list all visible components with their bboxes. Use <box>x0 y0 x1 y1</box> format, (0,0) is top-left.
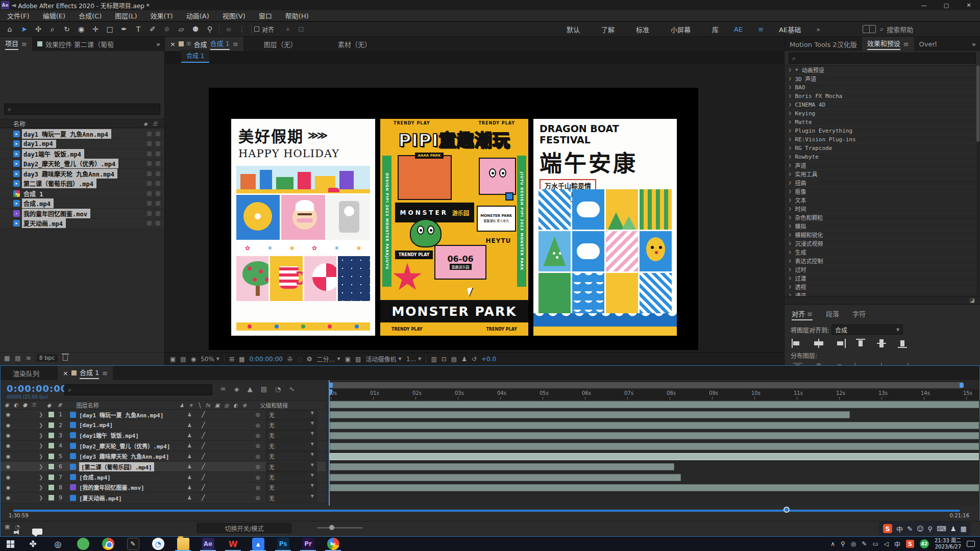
quality-switch-icon[interactable]: ╱ <box>202 463 205 470</box>
effects-category-row[interactable]: ❯ Boris FX Mocha <box>785 92 976 101</box>
tool-button[interactable]: ➤ <box>17 23 31 35</box>
taskbar-app[interactable]: ◎ <box>45 537 70 551</box>
pickwhip-icon[interactable]: ◎ <box>256 464 260 469</box>
effects-scrollbar[interactable] <box>976 65 979 296</box>
layer-duration-bar[interactable] <box>330 401 979 408</box>
layer-duration-bar[interactable] <box>330 422 979 429</box>
project-item-row[interactable]: ▸ 合成.mp4 <box>0 199 164 209</box>
playhead-line[interactable] <box>329 380 330 506</box>
twirl-icon[interactable]: ❯ <box>789 163 791 168</box>
primary-viewer-icon[interactable]: ▤ <box>180 356 186 363</box>
action-center-icon[interactable] <box>967 541 975 547</box>
zoom-slider-thumb[interactable] <box>329 525 334 530</box>
label-swatch[interactable] <box>48 432 55 439</box>
workspace-menu-icon[interactable]: ≡ <box>758 26 764 33</box>
project-item-row[interactable]: ▸ day1端午 饭饭.mp4 <box>0 149 164 159</box>
label-swatch[interactable] <box>48 463 55 470</box>
emoji-icon[interactable]: ☺ <box>917 525 924 533</box>
trash-icon[interactable] <box>63 355 68 361</box>
layer-name[interactable]: [合成.mp4] <box>79 473 111 481</box>
tool-button[interactable]: ⌕ <box>46 23 59 35</box>
effects-category-row[interactable]: ❯ 抠像 <box>785 187 976 196</box>
quality-switch-icon[interactable]: ╱ <box>202 484 205 491</box>
channel-settings-icon[interactable]: ◉ <box>191 356 196 363</box>
project-search-input[interactable]: ⌕ <box>4 104 160 115</box>
twirl-icon[interactable]: ❯ <box>789 180 791 185</box>
eye-icon[interactable]: ◉ <box>1 433 16 438</box>
tab-composition[interactable]: × ⚿ 合成 合成 1 ≡ <box>165 37 243 51</box>
app-bc[interactable]: bc <box>327 538 339 550</box>
quality-switch-icon[interactable]: ╱ <box>202 474 205 481</box>
app-quark[interactable]: ◔ <box>152 538 164 550</box>
twirl-icon[interactable]: ❯ <box>789 284 791 289</box>
tray-badge[interactable]: 42 <box>920 539 929 548</box>
shy-switch-icon[interactable]: ♟ <box>187 495 192 500</box>
shy-switch-icon[interactable]: ♟ <box>187 433 192 438</box>
tab-effect-controls[interactable]: 效果控件 第二课（葡萄 <box>32 37 119 51</box>
align-checkbox[interactable] <box>254 27 259 32</box>
effects-category-row[interactable]: ❯ RE:Vision Plug-ins <box>785 135 976 144</box>
align-button[interactable] <box>896 339 909 348</box>
layer-row[interactable]: ◉ ❯ 8 [我的童年回忆图鉴.mov] ♟ ╱ ◎ 无▼ <box>1 483 326 493</box>
effects-category-row[interactable]: ❯ 杂色和颗粒 <box>785 213 976 222</box>
effects-category-row[interactable]: ❯ BAO <box>785 83 976 92</box>
menu-item[interactable]: 视图(V) <box>223 11 246 20</box>
pickwhip-icon[interactable]: ◎ <box>256 454 260 459</box>
tool-button[interactable]: ⌾ <box>160 23 174 35</box>
shy-switch-icon[interactable]: ♟ <box>187 485 192 490</box>
label-swatch[interactable] <box>48 422 55 429</box>
layer-row[interactable]: ◉ ❯ 9 [夏天动画.mp4] ♟ ╱ ◎ 无▼ <box>1 493 326 503</box>
effects-category-row[interactable]: ❯ 时间 <box>785 205 976 213</box>
tool-button[interactable]: ✐ <box>146 23 159 35</box>
effects-category-row[interactable]: ❯ * 动画预设 <box>785 66 976 74</box>
tab-layer[interactable]: 图层（无） <box>259 37 302 51</box>
always-preview-icon[interactable]: ▣ <box>170 356 176 363</box>
expand-icon[interactable]: ❯ <box>39 422 43 428</box>
effects-category-row[interactable]: ❯ Keying <box>785 109 976 118</box>
quality-switch-icon[interactable]: ╱ <box>202 432 205 439</box>
twirl-icon[interactable]: ❯ <box>789 232 791 237</box>
timeline-zoom-slider[interactable] <box>317 527 363 529</box>
effects-category-row[interactable]: ❯ 过时 <box>785 265 976 274</box>
menu-item[interactable]: 编辑(E) <box>43 11 65 20</box>
frame-blend-icon[interactable]: ▤ <box>261 385 267 393</box>
taskbar-app[interactable]: Ps <box>271 537 296 551</box>
effects-search-input[interactable]: ⌕ <box>789 53 976 64</box>
workspace-tab[interactable]: 了解 <box>601 24 615 34</box>
motion-blur-icon[interactable]: ◔ <box>275 385 281 393</box>
taskbar-app[interactable]: bc <box>321 537 346 551</box>
workspace-tab-ae-basic[interactable]: AE基础 <box>779 24 801 34</box>
layer-lane[interactable] <box>329 441 979 452</box>
twirl-icon[interactable]: ❯ <box>789 189 791 194</box>
taskbar-app[interactable]: ✤ <box>20 537 45 551</box>
start-button[interactable] <box>0 537 20 551</box>
show-snapshot-icon[interactable]: ◌ <box>297 356 302 363</box>
tool-button[interactable]: ▱ <box>175 23 188 35</box>
panel-menu-icon[interactable]: ≡ <box>903 40 909 48</box>
taskbar-app[interactable] <box>95 537 120 551</box>
effects-category-row[interactable]: ❯ Plugin Everything <box>785 127 976 135</box>
timeline-search-input[interactable]: ⌕ <box>64 384 212 395</box>
minimize-button[interactable]: — <box>913 0 935 10</box>
app-green[interactable] <box>77 538 89 550</box>
expand-icon[interactable]: ❯ <box>39 464 43 469</box>
tab-project[interactable]: 项目 ≡ <box>0 37 32 51</box>
share-view-icon[interactable]: ▥ <box>431 356 436 363</box>
tool-button[interactable]: ↻ <box>60 23 74 35</box>
twirl-icon[interactable]: ❯ <box>789 119 791 124</box>
twirl-icon[interactable]: ❯ <box>789 128 791 133</box>
shy-icon[interactable]: ▲ <box>248 385 253 393</box>
tray-sogou[interactable]: S <box>906 540 914 548</box>
comp-marker-icon[interactable]: ▣ <box>5 523 10 530</box>
handwrite-icon[interactable]: ✎ <box>907 525 913 533</box>
app-chrome[interactable] <box>102 538 114 550</box>
effects-category-row[interactable]: ❯ 模糊和锐化 <box>785 231 976 239</box>
tray-mic[interactable]: ⚲ <box>841 540 845 547</box>
label-swatch[interactable] <box>48 484 55 491</box>
menu-item[interactable]: 文件(F) <box>7 11 30 20</box>
view-layout-dropdown[interactable]: 1…▼ <box>406 356 422 363</box>
parent-dropdown[interactable]: 无▼ <box>266 493 317 503</box>
layer-duration-bar[interactable] <box>330 443 979 450</box>
project-item-row[interactable]: ▸ 我的童年回忆图鉴.mov <box>0 209 164 219</box>
navigator-end-handle[interactable] <box>960 383 964 388</box>
